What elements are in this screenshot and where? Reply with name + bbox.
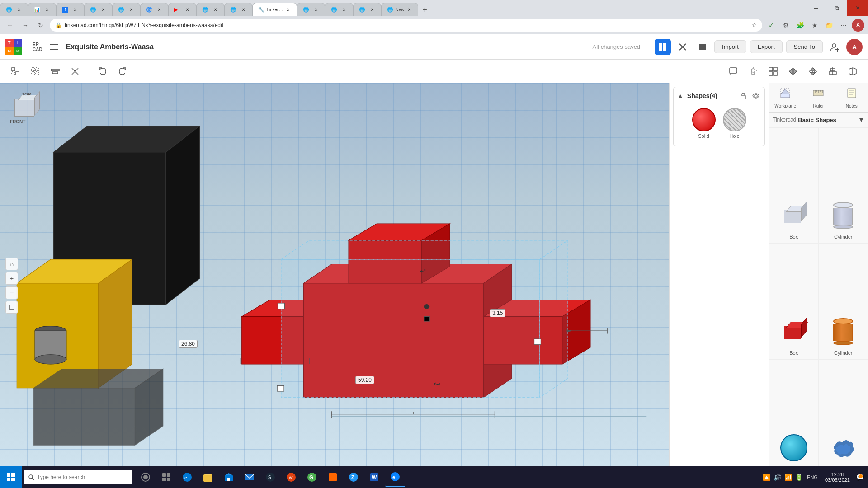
delete-button[interactable] [67,63,83,80]
address-box[interactable]: 🔒 tinkercad.com/things/6kEpW7fENxY-exqui… [50,19,762,32]
notes-button[interactable]: Notes [835,83,868,112]
undo-button[interactable] [94,63,111,80]
tab-12[interactable]: 🌐 ✕ [325,3,353,16]
shapes-collapse-button[interactable]: ▲ [677,92,684,99]
tab-yt[interactable]: ▶ ✕ [168,3,196,16]
tab-5-close[interactable]: ✕ [128,7,134,13]
home-button[interactable]: ⌂ [5,258,18,270]
taskbar-search-input[interactable] [37,474,118,480]
shapes-lock-icon[interactable] [738,91,748,101]
restore-button[interactable]: ⧉ [826,0,847,16]
zoom-out-button[interactable]: − [5,286,18,299]
library-dropdown-arrow[interactable]: ▼ [858,116,864,123]
align-button[interactable] [47,63,63,80]
shape-item-cylinder-orange[interactable]: Cylinder [819,244,868,360]
mirror-button[interactable] [785,63,801,80]
tab-1[interactable]: 🌐 ✕ [0,3,28,16]
tab-fb-close[interactable]: ✕ [72,7,78,13]
tab-fb[interactable]: f ✕ [56,3,84,16]
tab-4[interactable]: 🌐 ✕ [84,3,112,16]
ungroup-button[interactable] [27,63,43,80]
taskbar-clock[interactable]: 12:28 03/06/2021 [821,472,854,483]
hamburger-menu[interactable] [48,41,61,53]
align-shapes-button[interactable] [825,63,841,80]
add-user-button[interactable] [826,39,843,55]
shape-item-cylinder-gray[interactable]: Cylinder [819,127,868,244]
viewport[interactable]: ↩ ↩ 26.80 3.15 59.20 [0,83,669,488]
taskbar-explorer[interactable] [198,467,218,487]
bulb-button[interactable] [745,63,761,80]
send-to-button[interactable]: Send To [786,40,823,53]
taskbar-edge-2[interactable]: e [385,467,405,487]
tab-2-close[interactable]: ✕ [44,7,50,13]
tab-13[interactable]: 🌐 ✕ [353,3,381,16]
shape-item-scribble[interactable]: Scribble [819,360,868,476]
tab-tinkercad[interactable]: 🔧 Tinker… ✕ [252,3,297,16]
taskbar-mail[interactable] [240,467,259,487]
back-button[interactable]: ← [4,19,16,32]
redo-button[interactable] [114,63,131,80]
tab-11[interactable]: 🌐 ✕ [297,3,325,16]
extension-gear-icon[interactable]: ⚙ [779,19,792,32]
group-button[interactable] [7,63,24,80]
tab-9[interactable]: 🌐 ✕ [224,3,252,16]
tab-5[interactable]: 🌐 ✕ [112,3,140,16]
user-avatar[interactable]: A [846,39,863,55]
pan-button[interactable]: ☐ [5,301,18,314]
view-cube[interactable]: TOP FRONT [9,92,50,133]
shapes-visibility-icon[interactable] [751,91,761,101]
grid-view-button[interactable] [655,39,671,55]
taskbar-steam[interactable]: S [260,467,280,487]
shape-library-button[interactable] [765,63,781,80]
tab-newtab[interactable]: 🌐 New ✕ [381,3,418,16]
flip-view-button[interactable] [844,63,861,80]
tab-4-close[interactable]: ✕ [100,7,106,13]
taskbar-app-10[interactable]: Z [344,467,363,487]
zoom-in-button[interactable]: + [5,272,18,285]
minimize-button[interactable]: ─ [806,0,826,16]
tab-8[interactable]: 🌐 ✕ [196,3,224,16]
tab-edge[interactable]: 🌀 ✕ [140,3,168,16]
comment-button[interactable] [725,63,741,80]
tab-2[interactable]: 📊 ✕ [28,3,56,16]
taskbar-task-view[interactable] [156,467,176,487]
shape-item-box-gray[interactable]: Box [769,127,819,244]
collections-icon[interactable]: 📁 [823,19,835,32]
shape-item-box-red[interactable]: Box [769,244,819,360]
taskbar-search-box[interactable] [24,470,132,484]
ruler-button[interactable]: Ruler [802,83,835,112]
taskbar-app-8[interactable]: G [302,467,322,487]
taskbar-app-7[interactable]: W [281,467,301,487]
refresh-button[interactable]: ↻ [34,19,47,32]
taskbar-edge[interactable]: e [177,467,197,487]
export-button[interactable]: Export [750,40,783,53]
close-button[interactable]: ✕ [847,0,868,16]
taskbar-app-9[interactable] [323,467,343,487]
taskbar-word[interactable]: W [364,467,384,487]
import-button[interactable]: Import [714,40,746,53]
new-tab-button[interactable]: + [418,4,431,16]
start-button[interactable] [0,466,22,488]
extension-check-icon[interactable]: ✓ [765,19,778,32]
forward-button[interactable]: → [19,19,32,32]
tools-view-button[interactable] [675,39,691,55]
notification-icon[interactable]: 💬 [855,473,864,482]
flip-button[interactable] [805,63,821,80]
favorites-icon[interactable]: ★ [808,19,821,32]
taskbar-search-cortana[interactable] [136,467,156,487]
extensions-icon[interactable]: 🧩 [794,19,807,32]
address-bookmark-icon[interactable]: ☆ [752,22,757,28]
workplane-button[interactable]: Workplane [769,83,802,112]
tinkercad-logo[interactable]: T I N K [5,39,27,55]
taskbar-store[interactable] [219,467,239,487]
tab-1-close[interactable]: ✕ [16,7,22,13]
battery-icon[interactable]: 🔋 [794,473,803,482]
palette-view-button[interactable] [694,39,711,55]
browser-menu-icon[interactable]: ⋯ [837,19,850,32]
volume-icon[interactable]: 🔊 [773,473,782,482]
browser-profile[interactable]: A [852,19,864,32]
solid-option[interactable]: Solid [692,108,716,139]
hole-option[interactable]: Hole [723,108,746,139]
network-icon[interactable]: 🔼 [762,473,771,482]
wifi-icon[interactable]: 📶 [783,473,793,482]
